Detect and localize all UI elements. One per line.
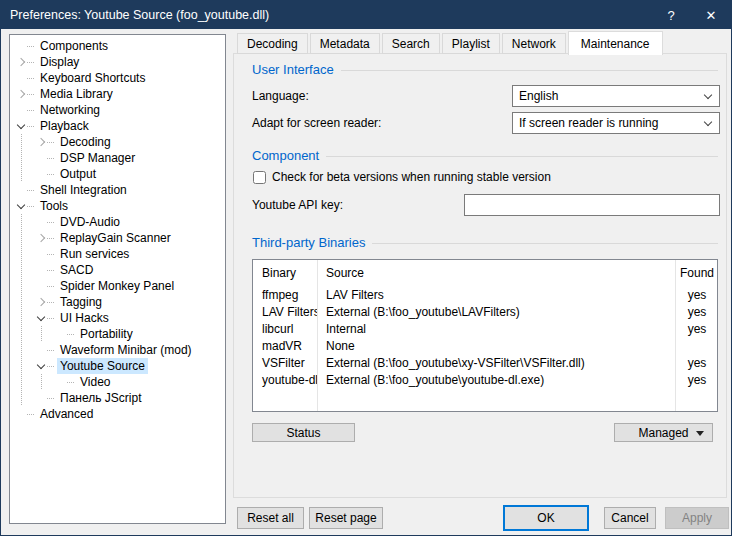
ok-button[interactable]: OK — [503, 505, 589, 531]
tree-item-ui-hacks[interactable]: UI Hacks — [10, 310, 225, 326]
tree-item-label: Networking — [37, 102, 103, 118]
reset-page-button[interactable]: Reset page — [309, 507, 383, 529]
collapsed-chevron-icon[interactable] — [35, 230, 47, 246]
tree-item-tools[interactable]: Tools — [10, 198, 225, 214]
table-cell: LAV Filters — [317, 288, 675, 302]
expanded-chevron-icon[interactable] — [15, 198, 27, 214]
screen-reader-select[interactable]: If screen reader is running — [512, 112, 720, 134]
collapsed-chevron-icon[interactable] — [35, 134, 47, 150]
tree-item-waveform-minibar-mod[interactable]: Waveform Minibar (mod) — [10, 342, 225, 358]
screen-reader-label: Adapt for screen reader: — [252, 112, 381, 134]
tree-item-label: Tools — [37, 198, 71, 214]
reset-all-button[interactable]: Reset all — [237, 507, 304, 529]
expanded-chevron-icon[interactable] — [35, 310, 47, 326]
tree-item-label: Shell Integration — [37, 182, 130, 198]
table-cell: External (B:\foo_youtube\LAVFilters) — [317, 305, 675, 319]
tree-item-label: Youtube Source — [57, 358, 148, 374]
tree-connector — [67, 334, 74, 335]
section-divider — [341, 70, 718, 71]
table-row-vsfilter[interactable]: VSFilterExternal (B:\foo_youtube\xy-VSFi… — [253, 354, 717, 371]
table-row-youtube-dl[interactable]: youtube-dlExternal (B:\foo_youtube\youtu… — [253, 371, 717, 388]
table-cell: youtube-dl — [253, 373, 317, 387]
collapsed-chevron-icon[interactable] — [15, 54, 27, 70]
tree-item-components[interactable]: Components — [10, 38, 225, 54]
tree-item-youtube-source[interactable]: Youtube Source — [10, 358, 225, 374]
status-button[interactable]: Status — [252, 423, 355, 442]
tree-item-панель-jscript[interactable]: Панель JScript — [10, 390, 225, 406]
tree-item-shell-integration[interactable]: Shell Integration — [10, 182, 225, 198]
tree-item-label: Playback — [37, 118, 92, 134]
title-bar: Preferences: Youtube Source (foo_youtube… — [1, 1, 731, 29]
table-row-madvr[interactable]: madVRNone — [253, 337, 717, 354]
tree-item-decoding[interactable]: Decoding — [10, 134, 225, 150]
tree-item-label: Spider Monkey Panel — [57, 278, 177, 294]
binaries-table: BinarySourceFoundffmpegLAV FiltersyesLAV… — [252, 259, 718, 412]
tree-line — [55, 326, 67, 342]
tree-connector — [47, 238, 54, 239]
tree-item-advanced[interactable]: Advanced — [10, 406, 225, 422]
tree-item-portability[interactable]: Portability — [10, 326, 225, 342]
expanded-chevron-icon[interactable] — [35, 358, 47, 374]
expanded-chevron-icon[interactable] — [15, 118, 27, 134]
collapsed-chevron-icon[interactable] — [15, 86, 27, 102]
tab-search[interactable]: Search — [382, 33, 440, 54]
tree-connector — [47, 366, 54, 367]
collapsed-chevron-icon[interactable] — [35, 294, 47, 310]
table-row-ffmpeg[interactable]: ffmpegLAV Filtersyes — [253, 286, 717, 303]
tree-item-tagging[interactable]: Tagging — [10, 294, 225, 310]
table-cell: External (B:\foo_youtube\xy-VSFilter\VSF… — [317, 356, 675, 370]
tree-connector — [27, 414, 34, 415]
tab-playlist[interactable]: Playlist — [442, 33, 500, 54]
tree-item-keyboard-shortcuts[interactable]: Keyboard Shortcuts — [10, 70, 225, 86]
tree-item-display[interactable]: Display — [10, 54, 225, 70]
language-select[interactable]: English — [512, 85, 720, 107]
table-cell: LAV Filters — [253, 305, 317, 319]
tree-item-label: Run services — [57, 246, 132, 262]
table-cell: yes — [675, 305, 718, 319]
tree-connector — [47, 254, 54, 255]
apply-button-disabled: Apply — [665, 507, 729, 529]
api-key-input[interactable] — [464, 194, 720, 216]
tab-decoding[interactable]: Decoding — [237, 33, 308, 54]
dropdown-arrow-icon — [696, 431, 704, 436]
column-header-binary: Binary — [253, 266, 317, 280]
tree-item-label: Advanced — [37, 406, 96, 422]
beta-checkbox[interactable] — [253, 171, 266, 184]
tree-item-video[interactable]: Video — [10, 374, 225, 390]
preferences-dialog: Preferences: Youtube Source (foo_youtube… — [0, 0, 732, 536]
tree-item-playback[interactable]: Playback — [10, 118, 225, 134]
tree-item-networking[interactable]: Networking — [10, 102, 225, 118]
tree-item-replaygain-scanner[interactable]: ReplayGain Scanner — [10, 230, 225, 246]
tree-line — [15, 38, 27, 54]
cancel-button[interactable]: Cancel — [604, 507, 656, 529]
tab-strip: DecodingMetadataSearchPlaylistNetworkMai… — [237, 30, 665, 54]
table-cell: madVR — [253, 339, 317, 353]
tree-line — [35, 150, 47, 166]
close-button[interactable]: ✕ — [691, 1, 731, 29]
section-third-party: Third-party Binaries — [252, 235, 718, 250]
tree-connector — [47, 174, 54, 175]
tree-item-output[interactable]: Output — [10, 166, 225, 182]
tab-metadata[interactable]: Metadata — [310, 33, 380, 54]
tree-item-spider-monkey-panel[interactable]: Spider Monkey Panel — [10, 278, 225, 294]
tab-label: Search — [392, 37, 430, 51]
api-key-label: Youtube API key: — [252, 194, 343, 216]
tab-network[interactable]: Network — [502, 33, 566, 54]
tree-item-media-library[interactable]: Media Library — [10, 86, 225, 102]
tree-item-sacd[interactable]: SACD — [10, 262, 225, 278]
tree-line — [35, 278, 47, 294]
tab-maintenance[interactable]: Maintenance — [568, 31, 663, 55]
table-cell: ffmpeg — [253, 288, 317, 302]
help-button[interactable]: ? — [651, 1, 691, 29]
managed-dropdown-button[interactable]: Managed — [614, 423, 713, 442]
tree-item-label: Decoding — [57, 134, 114, 150]
tree-connector — [47, 350, 54, 351]
tree-item-label: Components — [37, 38, 111, 54]
table-row-lav-filters[interactable]: LAV FiltersExternal (B:\foo_youtube\LAVF… — [253, 303, 717, 320]
table-row-libcurl[interactable]: libcurlInternalyes — [253, 320, 717, 337]
beta-checkbox-row: Check for beta versions when running sta… — [253, 170, 551, 184]
tree-item-dvd-audio[interactable]: DVD-Audio — [10, 214, 225, 230]
tree-item-run-services[interactable]: Run services — [10, 246, 225, 262]
tree-connector — [47, 398, 54, 399]
tree-item-dsp-manager[interactable]: DSP Manager — [10, 150, 225, 166]
